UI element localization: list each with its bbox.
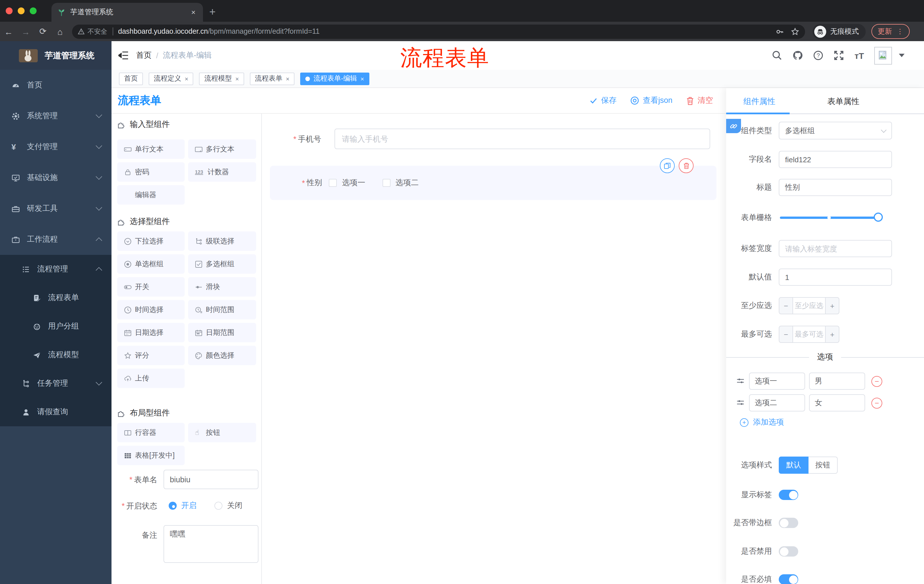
sidebar-item-infrastructure[interactable]: 基础设施 [0, 162, 112, 193]
avatar-caret-icon[interactable] [899, 54, 904, 57]
clear-button[interactable]: 清空 [686, 95, 713, 106]
tag-close-icon[interactable]: × [361, 75, 364, 82]
home-icon[interactable]: ⌂ [51, 26, 69, 36]
tag-process-form-edit[interactable]: 流程表单-编辑× [300, 72, 370, 85]
palette-item-button[interactable]: ☝ 按钮 [188, 423, 256, 442]
reload-icon[interactable]: ⟳ [34, 26, 51, 36]
palette-item-radio-group[interactable]: 单选框组 [117, 254, 185, 274]
palette-item-editor[interactable]: 编辑器 [117, 185, 185, 204]
show-label-toggle[interactable] [779, 490, 798, 500]
form-grid-slider[interactable] [780, 217, 878, 219]
sidebar-item-leave-query[interactable]: 请假查询 [0, 398, 112, 426]
tab-close-icon[interactable]: × [190, 8, 197, 16]
label-width-input[interactable] [779, 240, 892, 257]
sidebar-item-process-form[interactable]: 流程表单 [0, 283, 112, 312]
avatar[interactable] [874, 46, 892, 64]
required-toggle[interactable] [779, 574, 798, 584]
add-option-button[interactable]: + 添加选项 [740, 417, 784, 428]
increase-button[interactable]: + [825, 297, 839, 314]
palette-item-password[interactable]: 密码 [117, 162, 185, 182]
tag-close-icon[interactable]: × [286, 75, 290, 82]
tag-home[interactable]: 首页 [119, 72, 143, 85]
tag-process-form[interactable]: 流程表单× [250, 72, 295, 85]
selected-component-gender[interactable]: * 性别 选项一 选项二 [270, 166, 716, 200]
field-name-input[interactable] [779, 151, 892, 168]
view-json-button[interactable]: 查看json [630, 95, 672, 106]
zoom-window-button[interactable] [30, 7, 36, 14]
palette-item-upload[interactable]: 上传 [117, 368, 185, 388]
status-on-label[interactable]: 开启 [181, 500, 197, 511]
form-canvas[interactable]: *手机号 * 性别 选项一 选项二 [262, 114, 726, 584]
gender-option1-label[interactable]: 选项一 [342, 178, 365, 188]
close-window-button[interactable] [6, 7, 13, 14]
decrease-button[interactable]: − [779, 297, 793, 314]
help-icon[interactable]: ? [813, 50, 823, 61]
decrease-button[interactable]: − [779, 326, 793, 343]
palette-item-checkbox-group[interactable]: 多选框组 [188, 254, 256, 274]
form-name-input[interactable] [163, 470, 259, 489]
forward-icon[interactable]: → [17, 26, 34, 36]
gender-option1-checkbox[interactable] [329, 179, 337, 187]
palette-item-color-picker[interactable]: 颜色选择 [188, 346, 256, 365]
option2-label-input[interactable] [749, 394, 805, 411]
palette-item-time-picker[interactable]: 时间选择 [117, 300, 185, 319]
tag-close-icon[interactable]: × [235, 75, 239, 82]
password-key-icon[interactable] [776, 27, 784, 36]
sidebar-item-workflow[interactable]: 工作流程 [0, 224, 112, 255]
sidebar-item-process-mgmt[interactable]: 流程管理 [0, 255, 112, 283]
style-default-button[interactable]: 默认 [779, 457, 808, 474]
collapse-sidebar-icon[interactable] [118, 51, 128, 59]
palette-item-cascader[interactable]: 级联选择 [188, 232, 256, 251]
browser-menu-icon[interactable]: ⋮ [896, 28, 903, 35]
search-icon[interactable] [772, 50, 782, 61]
sidebar-item-process-model[interactable]: 流程模型 [0, 341, 112, 369]
palette-item-date-picker[interactable]: 日期选择 [117, 323, 185, 342]
tag-process-definition[interactable]: 流程定义× [148, 72, 193, 85]
new-tab-button[interactable]: + [209, 5, 216, 20]
security-warning[interactable]: 不安全 [78, 27, 107, 36]
tag-close-icon[interactable]: × [185, 75, 188, 82]
status-off-radio[interactable] [214, 502, 223, 510]
remove-option-button[interactable]: − [871, 376, 882, 387]
default-value-input[interactable] [779, 268, 892, 286]
palette-item-switch[interactable]: 开关 [117, 277, 185, 296]
style-button-button[interactable]: 按钮 [808, 457, 838, 474]
min-select-input[interactable] [793, 297, 825, 314]
font-size-icon[interactable]: ᴛT [855, 51, 864, 60]
sidebar-item-home[interactable]: 首页 [0, 70, 112, 100]
palette-item-date-range[interactable]: 日期范围 [188, 323, 256, 342]
status-on-radio[interactable] [169, 502, 177, 510]
slider-thumb[interactable] [874, 212, 883, 222]
component-type-select[interactable]: 多选框组 [779, 122, 892, 140]
sidebar-logo[interactable]: 芋道管理系统 [0, 41, 112, 70]
minimize-window-button[interactable] [18, 7, 25, 14]
phone-field-input[interactable] [335, 128, 710, 149]
form-remark-textarea[interactable]: 嘿嘿 [163, 525, 259, 563]
palette-item-time-range[interactable]: 时间范围 [188, 300, 256, 319]
gender-option2-checkbox[interactable] [383, 179, 391, 187]
palette-item-counter[interactable]: 123 计数器 [188, 162, 256, 182]
palette-item-multi-line-text[interactable]: 多行文本 [188, 140, 256, 159]
option1-value-input[interactable] [809, 373, 865, 390]
palette-item-select[interactable]: 下拉选择 [117, 232, 185, 251]
palette-item-single-line-text[interactable]: 单行文本 [117, 140, 185, 159]
border-toggle[interactable] [779, 518, 798, 528]
option1-label-input[interactable] [749, 373, 805, 390]
drag-handle-icon[interactable] [736, 377, 744, 385]
gender-option2-label[interactable]: 选项二 [396, 178, 419, 188]
palette-item-row-container[interactable]: 行容器 [117, 423, 185, 442]
sidebar-item-system[interactable]: 系统管理 [0, 100, 112, 132]
palette-item-table[interactable]: 表格[开发中] [117, 446, 185, 465]
sidebar-item-payment[interactable]: ¥ 支付管理 [0, 132, 112, 162]
title-input[interactable] [779, 179, 892, 196]
increase-button[interactable]: + [825, 326, 839, 343]
palette-item-slider[interactable]: 滑块 [188, 277, 256, 296]
status-off-label[interactable]: 关闭 [227, 500, 243, 511]
palette-item-rate[interactable]: 评分 [117, 346, 185, 365]
disabled-toggle[interactable] [779, 546, 798, 556]
remove-option-button[interactable]: − [871, 397, 882, 408]
browser-update-button[interactable]: 更新 ⋮ [871, 24, 910, 39]
tab-component-props[interactable]: 组件属性 [743, 88, 776, 114]
fullscreen-icon[interactable] [834, 50, 844, 61]
tab-form-props[interactable]: 表单属性 [827, 88, 860, 114]
